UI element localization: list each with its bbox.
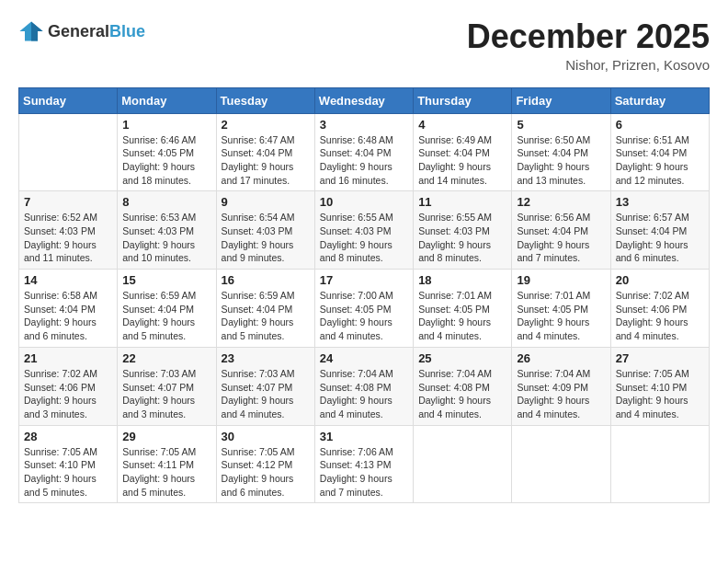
day-number: 9	[222, 195, 310, 209]
day-info: Sunrise: 7:04 AMSunset: 4:08 PMDaylight:…	[320, 367, 408, 421]
day-number: 31	[320, 430, 408, 443]
day-number: 25	[418, 351, 506, 365]
calendar-cell: 5Sunrise: 6:50 AMSunset: 4:04 PMDaylight…	[512, 113, 610, 191]
calendar-cell	[512, 425, 610, 503]
calendar-cell: 16Sunrise: 6:59 AMSunset: 4:04 PMDayligh…	[216, 270, 314, 348]
logo-blue: Blue	[109, 22, 145, 41]
calendar-cell: 6Sunrise: 6:51 AMSunset: 4:04 PMDaylight…	[610, 113, 709, 191]
calendar-cell: 13Sunrise: 6:57 AMSunset: 4:04 PMDayligh…	[610, 191, 709, 270]
day-info: Sunrise: 7:05 AMSunset: 4:10 PMDaylight:…	[24, 445, 112, 500]
day-info: Sunrise: 7:06 AMSunset: 4:13 PMDaylight:…	[320, 445, 408, 500]
weekday-header-friday: Friday	[512, 87, 610, 113]
calendar-cell	[610, 425, 709, 503]
day-number: 12	[517, 195, 605, 209]
title-block: December 2025 Nishor, Prizren, Kosovo	[467, 18, 710, 73]
weekday-header-monday: Monday	[118, 87, 216, 113]
day-number: 7	[24, 195, 112, 209]
day-number: 19	[517, 273, 605, 287]
day-number: 16	[222, 273, 310, 287]
calendar-cell: 3Sunrise: 6:48 AMSunset: 4:04 PMDaylight…	[314, 113, 413, 191]
day-info: Sunrise: 7:02 AMSunset: 4:06 PMDaylight:…	[616, 289, 704, 343]
day-info: Sunrise: 6:56 AMSunset: 4:04 PMDaylight:…	[517, 211, 605, 265]
calendar-cell: 19Sunrise: 7:01 AMSunset: 4:05 PMDayligh…	[512, 270, 610, 348]
calendar-cell: 8Sunrise: 6:53 AMSunset: 4:03 PMDaylight…	[118, 191, 216, 270]
calendar-cell: 11Sunrise: 6:55 AMSunset: 4:03 PMDayligh…	[414, 191, 512, 270]
calendar-cell: 7Sunrise: 6:52 AMSunset: 4:03 PMDaylight…	[19, 191, 118, 270]
day-number: 22	[122, 351, 210, 365]
day-info: Sunrise: 7:01 AMSunset: 4:05 PMDaylight:…	[517, 289, 605, 343]
day-info: Sunrise: 7:01 AMSunset: 4:05 PMDaylight:…	[418, 289, 506, 343]
location-subtitle: Nishor, Prizren, Kosovo	[467, 57, 710, 73]
calendar-cell	[414, 425, 512, 503]
calendar-cell: 21Sunrise: 7:02 AMSunset: 4:06 PMDayligh…	[19, 347, 118, 425]
day-number: 11	[418, 195, 506, 209]
calendar-cell: 18Sunrise: 7:01 AMSunset: 4:05 PMDayligh…	[414, 270, 512, 348]
weekday-header-thursday: Thursday	[414, 87, 512, 113]
page-header: General Blue December 2025 Nishor, Prizr…	[18, 18, 710, 73]
day-info: Sunrise: 7:03 AMSunset: 4:07 PMDaylight:…	[122, 367, 210, 421]
calendar-cell: 27Sunrise: 7:05 AMSunset: 4:10 PMDayligh…	[610, 347, 709, 425]
calendar-cell: 20Sunrise: 7:02 AMSunset: 4:06 PMDayligh…	[610, 270, 709, 348]
calendar-cell: 15Sunrise: 6:59 AMSunset: 4:04 PMDayligh…	[118, 270, 216, 348]
logo-general: General	[48, 22, 109, 41]
calendar-week-5: 28Sunrise: 7:05 AMSunset: 4:10 PMDayligh…	[19, 425, 710, 503]
day-number: 23	[222, 351, 310, 365]
day-info: Sunrise: 6:55 AMSunset: 4:03 PMDaylight:…	[418, 211, 506, 265]
day-info: Sunrise: 7:00 AMSunset: 4:05 PMDaylight:…	[320, 289, 408, 343]
day-number: 8	[122, 195, 210, 209]
day-info: Sunrise: 6:54 AMSunset: 4:03 PMDaylight:…	[222, 211, 310, 265]
calendar-week-4: 21Sunrise: 7:02 AMSunset: 4:06 PMDayligh…	[19, 347, 710, 425]
day-number: 10	[320, 195, 408, 209]
day-info: Sunrise: 6:53 AMSunset: 4:03 PMDaylight:…	[122, 211, 210, 265]
day-number: 21	[24, 351, 112, 365]
day-info: Sunrise: 7:05 AMSunset: 4:10 PMDaylight:…	[616, 367, 704, 421]
day-info: Sunrise: 7:02 AMSunset: 4:06 PMDaylight:…	[24, 367, 112, 421]
day-info: Sunrise: 7:04 AMSunset: 4:08 PMDaylight:…	[418, 367, 506, 421]
day-number: 13	[616, 195, 704, 209]
weekday-header-wednesday: Wednesday	[314, 87, 413, 113]
day-number: 20	[616, 273, 704, 287]
day-number: 18	[418, 273, 506, 287]
day-number: 28	[24, 430, 112, 443]
calendar-cell: 4Sunrise: 6:49 AMSunset: 4:04 PMDaylight…	[414, 113, 512, 191]
logo-icon	[18, 18, 44, 44]
calendar-week-2: 7Sunrise: 6:52 AMSunset: 4:03 PMDaylight…	[19, 191, 710, 270]
calendar-week-3: 14Sunrise: 6:58 AMSunset: 4:04 PMDayligh…	[19, 270, 710, 348]
calendar-cell: 29Sunrise: 7:05 AMSunset: 4:11 PMDayligh…	[118, 425, 216, 503]
day-number: 17	[320, 273, 408, 287]
calendar-cell: 23Sunrise: 7:03 AMSunset: 4:07 PMDayligh…	[216, 347, 314, 425]
calendar-cell: 12Sunrise: 6:56 AMSunset: 4:04 PMDayligh…	[512, 191, 610, 270]
day-info: Sunrise: 6:59 AMSunset: 4:04 PMDaylight:…	[122, 289, 210, 343]
weekday-header-sunday: Sunday	[19, 87, 118, 113]
day-info: Sunrise: 6:46 AMSunset: 4:05 PMDaylight:…	[122, 133, 210, 188]
calendar-cell: 17Sunrise: 7:00 AMSunset: 4:05 PMDayligh…	[314, 270, 413, 348]
logo: General Blue	[18, 18, 145, 44]
day-info: Sunrise: 6:55 AMSunset: 4:03 PMDaylight:…	[320, 211, 408, 265]
weekday-header-row: SundayMondayTuesdayWednesdayThursdayFrid…	[19, 87, 710, 113]
day-info: Sunrise: 6:47 AMSunset: 4:04 PMDaylight:…	[222, 133, 310, 188]
day-number: 4	[418, 118, 506, 132]
svg-marker-1	[31, 22, 43, 41]
calendar-cell: 22Sunrise: 7:03 AMSunset: 4:07 PMDayligh…	[118, 347, 216, 425]
calendar-cell: 1Sunrise: 6:46 AMSunset: 4:05 PMDaylight…	[118, 113, 216, 191]
weekday-header-saturday: Saturday	[610, 87, 709, 113]
day-info: Sunrise: 6:57 AMSunset: 4:04 PMDaylight:…	[616, 211, 704, 265]
day-info: Sunrise: 6:50 AMSunset: 4:04 PMDaylight:…	[517, 133, 605, 188]
day-number: 5	[517, 118, 605, 132]
calendar-cell: 14Sunrise: 6:58 AMSunset: 4:04 PMDayligh…	[19, 270, 118, 348]
day-info: Sunrise: 7:03 AMSunset: 4:07 PMDaylight:…	[222, 367, 310, 421]
day-info: Sunrise: 7:05 AMSunset: 4:11 PMDaylight:…	[122, 445, 210, 500]
calendar-cell: 25Sunrise: 7:04 AMSunset: 4:08 PMDayligh…	[414, 347, 512, 425]
day-info: Sunrise: 6:52 AMSunset: 4:03 PMDaylight:…	[24, 211, 112, 265]
day-info: Sunrise: 6:58 AMSunset: 4:04 PMDaylight:…	[24, 289, 112, 343]
calendar-cell: 28Sunrise: 7:05 AMSunset: 4:10 PMDayligh…	[19, 425, 118, 503]
calendar-cell: 26Sunrise: 7:04 AMSunset: 4:09 PMDayligh…	[512, 347, 610, 425]
day-number: 2	[222, 118, 310, 132]
calendar-cell: 10Sunrise: 6:55 AMSunset: 4:03 PMDayligh…	[314, 191, 413, 270]
day-number: 14	[24, 273, 112, 287]
day-info: Sunrise: 6:51 AMSunset: 4:04 PMDaylight:…	[616, 133, 704, 188]
day-number: 26	[517, 351, 605, 365]
day-info: Sunrise: 7:04 AMSunset: 4:09 PMDaylight:…	[517, 367, 605, 421]
calendar-cell	[19, 113, 118, 191]
calendar-week-1: 1Sunrise: 6:46 AMSunset: 4:05 PMDaylight…	[19, 113, 710, 191]
